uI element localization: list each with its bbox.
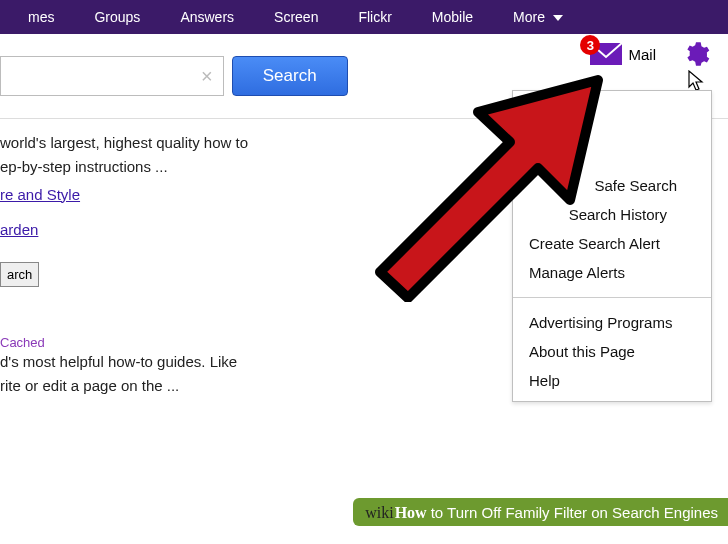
nav-item-answers[interactable]: Answers — [160, 9, 254, 25]
gear-icon[interactable] — [682, 40, 710, 68]
search-button[interactable]: Search — [232, 56, 348, 96]
chevron-down-icon — [553, 15, 563, 21]
dropdown-about[interactable]: About this Page — [513, 337, 711, 366]
nav-item-more[interactable]: More — [493, 9, 583, 25]
dropdown-divider — [513, 297, 711, 298]
top-nav: mes Groups Answers Screen Flickr Mobile … — [0, 0, 728, 34]
cached-label[interactable]: Cached — [0, 335, 380, 350]
nav-item-groups[interactable]: Groups — [74, 9, 160, 25]
dropdown-group-1: Safe Search Search History Create Search… — [513, 165, 711, 293]
nav-more-label: More — [513, 9, 545, 25]
caption-bar: wikiHow to Turn Off Family Filter on Sea… — [353, 498, 728, 526]
mail-icon[interactable]: 3 — [590, 43, 622, 65]
result-link-2[interactable]: arden — [0, 221, 38, 238]
result-link-1[interactable]: re and Style — [0, 186, 80, 203]
dropdown-create-alert[interactable]: Create Search Alert — [513, 229, 711, 258]
search-input-wrap: × — [0, 56, 224, 96]
caption-brand-b: How — [395, 504, 427, 522]
dropdown-help[interactable]: Help — [513, 366, 711, 395]
cursor-icon — [688, 70, 706, 92]
dropdown-group-2: Advertising Programs About this Page Hel… — [513, 302, 711, 401]
result-snippet-1b: ep-by-step instructions ... — [0, 157, 380, 177]
nav-item-0[interactable]: mes — [8, 9, 74, 25]
result-snippet-2a: d's most helpful how-to guides. Like — [0, 352, 380, 372]
dropdown-advertising[interactable]: Advertising Programs — [513, 308, 711, 337]
clear-icon[interactable]: × — [197, 65, 217, 88]
nav-item-screen[interactable]: Screen — [254, 9, 338, 25]
arch-button[interactable]: arch — [0, 262, 39, 287]
nav-item-mobile[interactable]: Mobile — [412, 9, 493, 25]
settings-dropdown: Safe Search Search History Create Search… — [512, 90, 712, 402]
caption-brand-a: wiki — [365, 504, 393, 522]
search-input[interactable] — [7, 68, 197, 85]
header-right: 3 Mail — [590, 40, 710, 68]
dropdown-safe-search[interactable]: Safe Search — [513, 171, 711, 200]
dropdown-search-history[interactable]: Search History — [513, 200, 711, 229]
mail-label: Mail — [628, 46, 656, 63]
caption-text: to Turn Off Family Filter on Search Engi… — [431, 504, 718, 521]
dropdown-manage-alerts[interactable]: Manage Alerts — [513, 258, 711, 287]
nav-item-flickr[interactable]: Flickr — [338, 9, 411, 25]
result-snippet-1a: world's largest, highest quality how to — [0, 133, 380, 153]
results-area: world's largest, highest quality how to … — [0, 119, 380, 396]
result-snippet-2b: rite or edit a page on the ... — [0, 376, 380, 396]
